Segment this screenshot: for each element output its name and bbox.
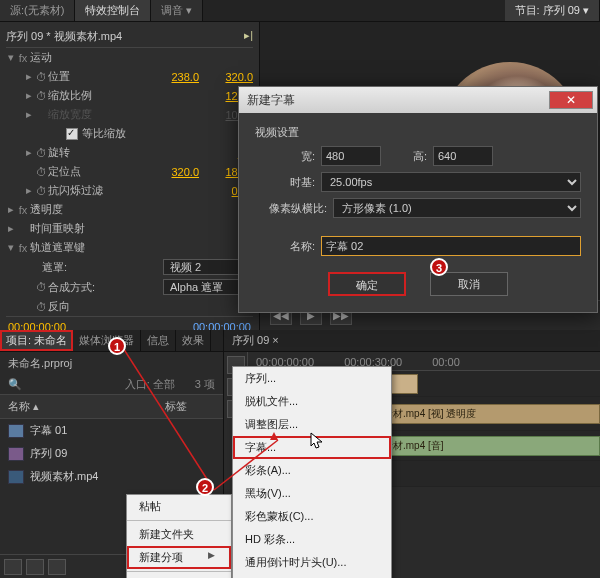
uniform-scale-checkbox[interactable] (66, 128, 78, 140)
sequence-item-icon (8, 447, 24, 461)
stopwatch-icon[interactable]: ⏱ (34, 90, 48, 102)
twirl-icon[interactable]: ▾ (6, 51, 16, 64)
track-matte-label: 轨道遮罩键 (30, 240, 85, 255)
icon-view-button[interactable] (26, 559, 44, 575)
name-label: 名称: (255, 239, 315, 254)
clip-audio[interactable]: 视频素材.mp4 [音] (358, 436, 600, 456)
par-select[interactable]: 方形像素 (1.0) (333, 198, 581, 218)
timecode-left[interactable]: 00:00:00:00 (8, 321, 66, 330)
stopwatch-icon[interactable]: ⏱ (34, 147, 48, 159)
dialog-titlebar[interactable]: 新建字幕 ✕ (239, 87, 597, 113)
clip-title: 序列 09 * 视频素材.mp4 (6, 29, 122, 44)
project-item[interactable]: 视频素材.mp4 (0, 465, 223, 488)
tab-source[interactable]: 源:(无素材) (0, 0, 75, 21)
close-button[interactable]: ✕ (549, 91, 593, 109)
context-menu-new-item: 序列... 脱机文件... 调整图层... 字幕... 彩条(A)... 黑场(… (232, 366, 392, 578)
title-item-icon (8, 424, 24, 438)
ok-button[interactable]: 确定 (328, 272, 406, 296)
anchor-label: 定位点 (48, 164, 81, 179)
position-y-value[interactable]: 320.0 (203, 71, 253, 83)
menu-new-item[interactable]: 新建分项 (127, 546, 231, 569)
scale-width-label: 缩放宽度 (48, 107, 92, 122)
item-count: 3 项 (195, 377, 215, 392)
entry-label: 入口: (125, 378, 150, 390)
project-item[interactable]: 序列 09 (0, 442, 223, 465)
timecode-right[interactable]: 00:00:00:00 (193, 321, 251, 330)
stopwatch-icon[interactable]: ⏱ (34, 281, 48, 293)
new-title-dialog: 新建字幕 ✕ 视频设置 宽: 高: 时基: 25.00fps 像素纵横比: 方形… (238, 86, 598, 313)
cursor-icon (310, 432, 324, 450)
time-remap-label: 时间重映射 (30, 221, 85, 236)
position-label: 位置 (48, 69, 70, 84)
video-settings-label: 视频设置 (255, 125, 581, 140)
top-tab-strip: 源:(无素材) 特效控制台 调音 ▾ 节目: 序列 09 ▾ (0, 0, 600, 22)
list-view-button[interactable] (4, 559, 22, 575)
fx-badge-icon: fx (16, 52, 30, 64)
find-button[interactable] (48, 559, 66, 575)
submenu-black-video[interactable]: 黑场(V)... (233, 482, 391, 505)
submenu-color-matte[interactable]: 彩色蒙板(C)... (233, 505, 391, 528)
column-name[interactable]: 名称 ▴ (8, 399, 165, 414)
stopwatch-icon[interactable]: ⏱ (34, 185, 48, 197)
composite-label: 合成方式: (48, 280, 95, 295)
context-menu-main: 粘帖 新建文件夹 新建分项 导入 (126, 494, 232, 578)
tab-program[interactable]: 节目: 序列 09 ▾ (505, 0, 600, 21)
clip-video[interactable]: 视频素材.mp4 [视] 透明度 (358, 404, 600, 424)
clip-title-row: 序列 09 * 视频素材.mp4 ▸| (6, 26, 253, 48)
rotation-label: 旋转 (48, 145, 70, 160)
scale-label: 缩放比例 (48, 88, 92, 103)
submenu-hd-bars[interactable]: HD 彩条... (233, 528, 391, 551)
timebase-select[interactable]: 25.00fps (321, 172, 581, 192)
height-input[interactable] (433, 146, 493, 166)
column-label[interactable]: 标签 (165, 399, 215, 414)
project-filename: 未命名.prproj (8, 357, 72, 369)
motion-label: 运动 (30, 50, 52, 65)
annotation-badge-3: 3 (430, 258, 448, 276)
annotation-badge-2: 2 (196, 478, 214, 496)
submenu-bars-tone[interactable]: 彩条(A)... (233, 459, 391, 482)
reverse-label: 反向 (48, 299, 70, 314)
project-list-header: 名称 ▴ 标签 (0, 394, 223, 419)
video-item-icon (8, 470, 24, 484)
tab-effects[interactable]: 效果 (176, 330, 211, 351)
submenu-countdown[interactable]: 通用倒计时片头(U)... (233, 551, 391, 574)
annotation-badge-1: 1 (108, 337, 126, 355)
cancel-button[interactable]: 取消 (430, 272, 508, 296)
submenu-sequence[interactable]: 序列... (233, 367, 391, 390)
tab-info[interactable]: 信息 (141, 330, 176, 351)
tab-project[interactable]: 项目: 未命名 (0, 330, 73, 351)
stopwatch-icon[interactable]: ⏱ (34, 166, 48, 178)
project-item[interactable]: 字幕 01 (0, 419, 223, 442)
tab-audio-mixer[interactable]: 调音 ▾ (151, 0, 203, 21)
stopwatch-icon[interactable]: ⏱ (34, 301, 48, 313)
menu-paste[interactable]: 粘帖 (127, 495, 231, 518)
search-icon[interactable]: 🔍 (8, 378, 22, 391)
antiflicker-label: 抗闪烁过滤 (48, 183, 103, 198)
name-input[interactable] (321, 236, 581, 256)
submenu-transparent-video[interactable]: 透明视频(R)... (233, 574, 391, 578)
width-label: 宽: (255, 149, 315, 164)
timeline-tab[interactable]: 序列 09 × (224, 330, 600, 352)
stopwatch-icon[interactable]: ⏱ (34, 71, 48, 83)
height-label: 高: (387, 149, 427, 164)
dialog-title: 新建字幕 (243, 92, 295, 109)
tab-effect-controls[interactable]: 特效控制台 (75, 0, 151, 21)
par-label: 像素纵横比: (255, 201, 327, 216)
timecode-row: 00:00:00:00 00:00:00:00 (6, 316, 253, 330)
uniform-scale-label: 等比缩放 (82, 126, 126, 141)
anchor-x-value[interactable]: 320.0 (149, 166, 199, 178)
opacity-label: 透明度 (30, 202, 63, 217)
timeline-toggle-icon[interactable]: ▸| (244, 29, 253, 44)
menu-new-folder[interactable]: 新建文件夹 (127, 523, 231, 546)
menu-import[interactable]: 导入 (127, 574, 231, 578)
position-x-value[interactable]: 238.0 (149, 71, 199, 83)
timebase-label: 时基: (255, 175, 315, 190)
effect-controls-panel: 序列 09 * 视频素材.mp4 ▸| ▾fx运动 ▸⏱位置238.0320.0… (0, 22, 260, 330)
entry-value[interactable]: 全部 (153, 378, 175, 390)
matte-label: 遮罩: (42, 260, 67, 275)
width-input[interactable] (321, 146, 381, 166)
submenu-offline[interactable]: 脱机文件... (233, 390, 391, 413)
tab-media-browser[interactable]: 媒体浏览器 (73, 330, 141, 351)
